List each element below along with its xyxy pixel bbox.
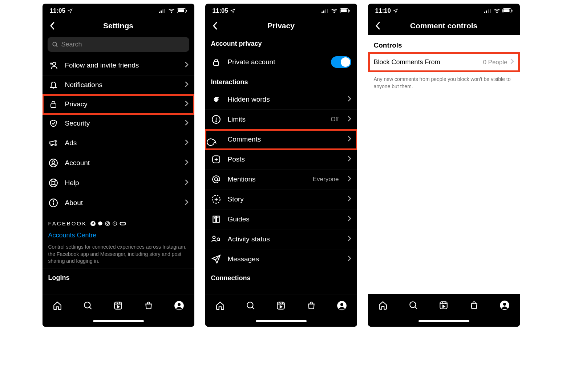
svg-point-65	[219, 240, 220, 241]
tab-reels[interactable]	[111, 298, 125, 313]
home-indicator[interactable]	[368, 317, 520, 327]
row-guides[interactable]: Guides	[205, 209, 357, 229]
row-limits[interactable]: Limits Off	[205, 110, 357, 130]
svg-point-10	[52, 62, 56, 65]
row-detail: Off	[331, 116, 339, 123]
tab-shop[interactable]	[304, 298, 319, 313]
tab-reels[interactable]	[274, 298, 288, 313]
back-button[interactable]	[47, 20, 58, 31]
accounts-desc: Control settings for connected experienc…	[48, 244, 189, 265]
add-person-icon	[48, 61, 58, 70]
status-time: 11:10	[375, 7, 391, 15]
row-comments[interactable]: Comments	[205, 130, 357, 150]
tab-search[interactable]	[81, 298, 95, 313]
svg-rect-82	[512, 10, 512, 12]
page-title: Privacy	[267, 21, 295, 30]
tab-profile[interactable]	[172, 298, 186, 313]
tab-reels[interactable]	[436, 298, 451, 313]
row-follow-invite[interactable]: Follow and invite friends	[43, 56, 194, 75]
row-label: Mentions	[228, 175, 306, 183]
private-account-toggle[interactable]	[331, 56, 351, 68]
home-indicator[interactable]	[43, 317, 194, 327]
cellular-signal-icon	[322, 9, 329, 13]
row-private-account[interactable]: Private account	[205, 51, 357, 73]
svg-point-17	[52, 181, 55, 185]
tab-search[interactable]	[406, 298, 421, 313]
user-circle-icon	[48, 158, 58, 168]
info-icon	[48, 198, 58, 208]
row-label: Notifications	[65, 81, 178, 89]
status-bar: 11:05	[43, 4, 194, 17]
svg-point-38	[178, 303, 181, 306]
svg-rect-40	[323, 11, 324, 13]
svg-rect-85	[440, 302, 448, 309]
messenger-logo-icon	[98, 221, 103, 226]
status-time: 11:05	[50, 7, 65, 15]
svg-rect-75	[484, 12, 485, 13]
battery-icon	[177, 8, 187, 13]
privacy-screen: 11:05 Privacy Account privacy Private ac…	[205, 4, 357, 327]
search-input[interactable]: Search	[48, 37, 189, 52]
tab-profile[interactable]	[497, 298, 512, 313]
status-bar: 11:05	[205, 4, 357, 17]
tab-bar	[368, 294, 520, 317]
row-label: Story	[228, 195, 341, 203]
row-label: Ads	[65, 139, 178, 147]
back-button[interactable]	[372, 20, 383, 31]
row-label: Security	[65, 119, 178, 127]
row-account[interactable]: Account	[43, 153, 194, 173]
chevron-right-icon	[348, 195, 351, 203]
row-posts[interactable]: Posts	[205, 150, 357, 170]
section-controls: Controls	[368, 35, 520, 52]
comment-controls-screen: 11:10 Comment controls Controls Block Co…	[368, 4, 520, 327]
accounts-centre-link[interactable]: Accounts Centre	[48, 231, 189, 240]
accounts-centre-block: FACEBOOK Accounts Centre Control setting…	[43, 213, 194, 269]
chevron-right-icon	[185, 199, 189, 207]
row-messages[interactable]: Messages	[205, 249, 357, 269]
row-hidden-words[interactable]: Hidden words	[205, 90, 357, 110]
tab-shop[interactable]	[467, 298, 481, 313]
chevron-right-icon	[348, 95, 351, 103]
tab-search[interactable]	[243, 298, 258, 313]
row-about[interactable]: About	[43, 193, 194, 213]
row-mentions[interactable]: Mentions Everyone	[205, 170, 357, 189]
svg-point-67	[247, 302, 253, 308]
svg-line-18	[50, 180, 52, 181]
chevron-right-icon	[348, 235, 351, 243]
chevron-right-icon	[348, 255, 351, 263]
home-indicator[interactable]	[205, 317, 357, 327]
plus-square-icon	[211, 155, 221, 164]
svg-rect-76	[486, 11, 487, 13]
tab-home[interactable]	[50, 298, 65, 313]
row-notifications[interactable]: Notifications	[43, 75, 194, 95]
lock-icon	[48, 100, 58, 109]
tab-profile[interactable]	[335, 298, 349, 313]
wifi-icon	[494, 8, 500, 13]
svg-point-79	[496, 12, 497, 13]
megaphone-icon	[48, 138, 58, 148]
section-account-privacy: Account privacy	[205, 35, 357, 51]
row-ads[interactable]: Ads	[43, 133, 194, 153]
row-help[interactable]: Help	[43, 173, 194, 193]
row-label: Follow and invite friends	[65, 61, 178, 69]
location-arrow-icon	[230, 8, 235, 13]
tab-home[interactable]	[213, 298, 227, 313]
story-icon	[211, 195, 221, 204]
svg-rect-47	[214, 62, 219, 65]
row-security[interactable]: Security	[43, 114, 194, 133]
svg-rect-13	[51, 104, 56, 107]
at-sign-icon	[211, 175, 221, 184]
row-label: Private account	[228, 58, 324, 66]
tab-shop[interactable]	[141, 298, 156, 313]
row-story[interactable]: Story	[205, 189, 357, 209]
row-activity-status[interactable]: Activity status	[205, 229, 357, 249]
row-block-comments[interactable]: Block Comments From 0 People	[368, 52, 520, 72]
row-label: Guides	[228, 215, 341, 223]
send-icon	[211, 254, 221, 264]
tab-home[interactable]	[376, 298, 390, 313]
back-button[interactable]	[210, 20, 221, 31]
svg-rect-39	[322, 12, 323, 13]
row-label: Messages	[228, 255, 341, 263]
location-arrow-icon	[68, 8, 73, 13]
row-privacy[interactable]: Privacy	[43, 95, 194, 114]
